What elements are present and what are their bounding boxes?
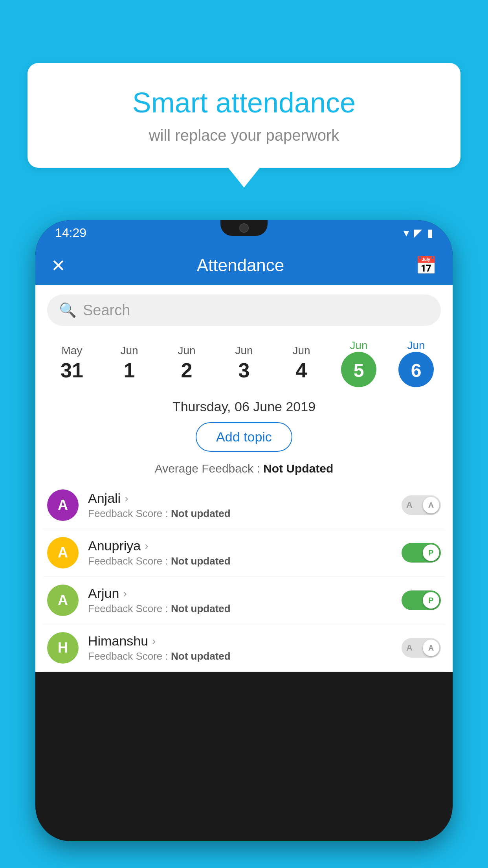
- student-info-anupriya: Anupriya › Feedback Score : Not updated: [88, 538, 402, 567]
- student-name-anupriya: Anupriya: [88, 538, 141, 554]
- student-row-arjun[interactable]: A Arjun › Feedback Score : Not updated P: [43, 577, 445, 624]
- avatar-arjun: A: [47, 585, 79, 616]
- student-row-himanshu[interactable]: H Himanshu › Feedback Score : Not update…: [43, 624, 445, 672]
- selected-date-label: Thursday, 06 June 2019: [35, 391, 453, 418]
- app-bar-title: Attendance: [197, 256, 284, 275]
- avg-feedback: Average Feedback : Not Updated: [35, 456, 453, 482]
- avg-feedback-value: Not Updated: [263, 462, 333, 475]
- status-time: 14:29: [55, 226, 86, 240]
- chevron-right-icon: ›: [152, 635, 156, 647]
- speech-bubble-container: Smart attendance will replace your paper…: [28, 63, 460, 188]
- chevron-right-icon: ›: [125, 492, 128, 505]
- camera-dot: [239, 223, 249, 233]
- avatar-anupriya: A: [47, 537, 79, 568]
- date-may31[interactable]: May 31: [43, 344, 101, 382]
- student-name-himanshu: Himanshu: [88, 633, 148, 649]
- student-name-anjali: Anjali: [88, 491, 121, 506]
- student-row-anupriya[interactable]: A Anupriya › Feedback Score : Not update…: [43, 529, 445, 577]
- search-bar[interactable]: 🔍 Search: [47, 294, 441, 326]
- content-area: 🔍 Search May 31 Jun 1 Jun 2 Jun: [35, 285, 453, 672]
- app-bar: ✕ Attendance 📅: [35, 246, 453, 285]
- battery-icon: ▮: [427, 226, 433, 239]
- date-jun2[interactable]: Jun 2: [158, 344, 215, 382]
- toggle-anjali[interactable]: A A: [402, 495, 441, 515]
- date-jun6[interactable]: Jun 6: [387, 339, 445, 387]
- toggle-himanshu[interactable]: A A: [402, 638, 441, 658]
- student-name-arjun: Arjun: [88, 586, 119, 601]
- search-icon: 🔍: [59, 302, 77, 318]
- student-row-anjali[interactable]: A Anjali › Feedback Score : Not updated …: [43, 482, 445, 529]
- chevron-right-icon: ›: [123, 587, 127, 600]
- date-jun4[interactable]: Jun 4: [273, 344, 330, 382]
- close-button[interactable]: ✕: [51, 256, 66, 276]
- speech-bubble: Smart attendance will replace your paper…: [28, 63, 460, 168]
- status-icons: ▾ ◤ ▮: [404, 226, 433, 239]
- phone-container: 14:29 ▾ ◤ ▮ ✕ Attendance 📅 🔍 Search M: [35, 220, 453, 868]
- avg-feedback-label: Average Feedback :: [155, 462, 260, 475]
- student-info-arjun: Arjun › Feedback Score : Not updated: [88, 586, 402, 615]
- bubble-subtitle: will replace your paperwork: [59, 127, 429, 144]
- date-jun3[interactable]: Jun 3: [215, 344, 273, 382]
- avatar-himanshu: H: [47, 632, 79, 664]
- chevron-right-icon: ›: [145, 540, 148, 552]
- phone-frame: 14:29 ▾ ◤ ▮ ✕ Attendance 📅 🔍 Search M: [35, 220, 453, 841]
- add-topic-button[interactable]: Add topic: [196, 422, 292, 452]
- student-list: A Anjali › Feedback Score : Not updated …: [35, 482, 453, 672]
- signal-icon: ◤: [414, 226, 422, 239]
- wifi-icon: ▾: [404, 226, 409, 239]
- date-strip: May 31 Jun 1 Jun 2 Jun 3 Jun 4: [35, 335, 453, 391]
- student-info-himanshu: Himanshu › Feedback Score : Not updated: [88, 633, 402, 662]
- calendar-icon[interactable]: 📅: [415, 255, 437, 276]
- avatar-anjali: A: [47, 489, 79, 521]
- phone-notch: [220, 220, 268, 236]
- date-jun1[interactable]: Jun 1: [101, 344, 158, 382]
- date-jun5[interactable]: Jun 5: [330, 339, 387, 387]
- student-info-anjali: Anjali › Feedback Score : Not updated: [88, 491, 402, 520]
- search-placeholder: Search: [83, 302, 130, 319]
- speech-bubble-tail: [228, 168, 260, 188]
- toggle-arjun[interactable]: P: [402, 590, 441, 610]
- toggle-anupriya[interactable]: P: [402, 543, 441, 563]
- bubble-title: Smart attendance: [59, 86, 429, 119]
